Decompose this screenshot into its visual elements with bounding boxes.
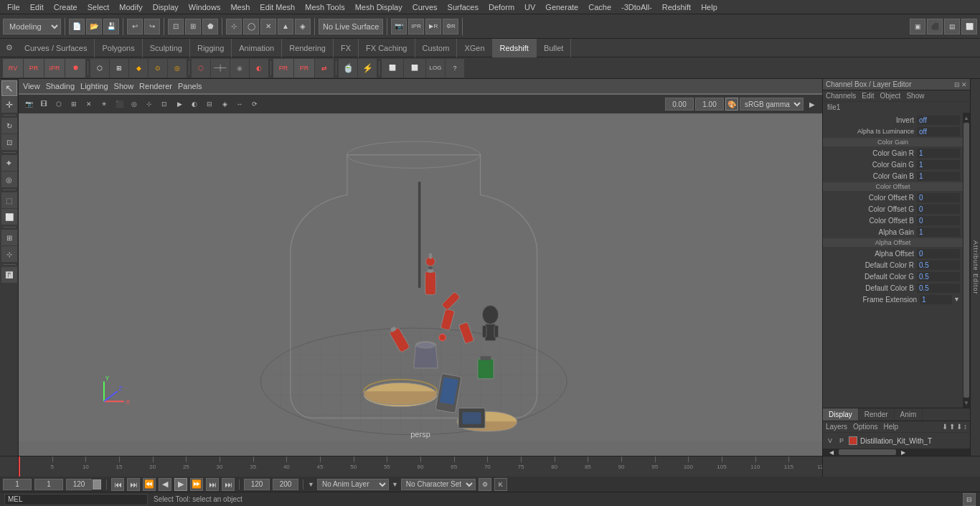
layer-v[interactable]: V	[826, 437, 834, 444]
new-scene-icon[interactable]: 📄	[69, 19, 85, 34]
vp-menu-show[interactable]: Show	[114, 82, 134, 90]
status-mel-input[interactable]	[4, 494, 148, 505]
vp-xray-icon[interactable]: ✕	[82, 97, 96, 111]
bc-tab-render[interactable]: Render	[859, 408, 895, 421]
channel-value-cgb[interactable]	[917, 172, 960, 181]
channels-menu-object[interactable]: Object	[880, 92, 901, 100]
vp-loop-icon[interactable]: ⟳	[248, 97, 262, 111]
tab-rendering[interactable]: Rendering	[282, 39, 334, 57]
attribute-editor-tab[interactable]: Attribute Editor	[970, 79, 980, 456]
channel-value-dcg[interactable]	[917, 272, 960, 281]
tab-sculpting[interactable]: Sculpting	[143, 39, 190, 57]
rs-icon-13[interactable]: ◐	[250, 59, 268, 78]
channel-row-cgg[interactable]: Color Gain G	[823, 159, 963, 170]
channel-value-cor[interactable]	[917, 193, 960, 202]
show-manip-btn[interactable]: ⊹	[1, 246, 17, 262]
redo-icon[interactable]: ↪	[144, 19, 160, 34]
help-menu[interactable]: Help	[883, 423, 898, 431]
menu-windows[interactable]: Windows	[184, 1, 225, 13]
vp-film-icon[interactable]: 🎞	[37, 97, 51, 111]
rs-icon-14[interactable]: PR	[273, 59, 293, 78]
tab-fx-caching[interactable]: FX Caching	[359, 39, 415, 57]
h-scroll-thumb[interactable]	[839, 449, 896, 455]
rs-icon-7[interactable]: ◆	[129, 59, 148, 78]
channel-value-cob[interactable]	[917, 216, 960, 225]
tab-curves-surfaces[interactable]: Curves / Surfaces	[17, 39, 95, 57]
channels-menu-channels[interactable]: Channels	[826, 92, 856, 100]
channel-row-dcr[interactable]: Default Color R	[823, 259, 963, 271]
tab-bullet[interactable]: Bullet	[537, 39, 572, 57]
workspace-select[interactable]: Modeling Rigging Animation FX Rendering …	[3, 19, 61, 34]
btn-next-key[interactable]: ⏭	[206, 478, 219, 491]
menu-mesh-tools[interactable]: Mesh Tools	[301, 1, 349, 13]
menu-mesh[interactable]: Mesh	[226, 1, 254, 13]
cb-collapse-btn[interactable]: ⊟	[954, 81, 960, 88]
tab-xgen[interactable]: XGen	[457, 39, 492, 57]
menu-edit[interactable]: Edit	[26, 1, 48, 13]
no-live-surface-btn[interactable]: No Live Surface	[319, 19, 383, 34]
btn-next-frame[interactable]: ⏩	[190, 478, 203, 491]
layout-icon-4[interactable]: ⬜	[961, 19, 977, 34]
scroll-thumb[interactable]	[963, 123, 969, 398]
h-scroll-left[interactable]: ◀	[824, 445, 839, 456]
vp-shading-icon[interactable]: ⬡	[52, 97, 66, 111]
channel-row-cor[interactable]: Color Offset R	[823, 192, 963, 203]
tab-polygons[interactable]: Polygons	[95, 39, 142, 57]
soft-select-btn[interactable]: ◎	[1, 172, 17, 187]
rs-icon-5[interactable]: ⬡	[90, 59, 109, 78]
channel-row-ao[interactable]: Alpha Offset	[823, 248, 963, 259]
btn-play-fwd[interactable]: ▶	[174, 478, 187, 491]
menu-redshift[interactable]: Redshift	[658, 1, 695, 13]
channel-row-fe[interactable]: Frame Extension ▼	[823, 294, 963, 305]
range-end-input[interactable]	[244, 479, 270, 490]
timeline-playhead[interactable]	[19, 456, 20, 477]
paint-icon[interactable]: ⬟	[202, 19, 218, 34]
vp-smooth-icon[interactable]: ◈	[217, 97, 232, 111]
rs-icon-18[interactable]: ⚡	[358, 59, 377, 78]
vp-menu-shading[interactable]: Shading	[46, 82, 75, 90]
snap-btn[interactable]: ⊞	[1, 230, 17, 245]
transform-tool-btn[interactable]: ✚	[1, 155, 17, 171]
rs-icon-15[interactable]: PR	[294, 59, 314, 78]
layer-icon-1[interactable]: ⬇	[942, 423, 948, 431]
menu-cache[interactable]: Cache	[584, 1, 616, 13]
rs-icon-1[interactable]: RV	[3, 59, 23, 78]
workspace-settings-icon[interactable]: ⚙	[1, 40, 17, 56]
vp-float2-input[interactable]	[695, 98, 724, 111]
cmd-feedback-btn[interactable]: ⊟	[963, 493, 976, 506]
rs-icon-4[interactable]: ⬟	[65, 59, 85, 78]
scroll-up-arrow[interactable]: ▲	[963, 114, 970, 121]
bc-tab-anim[interactable]: Anim	[895, 408, 923, 421]
open-scene-icon[interactable]: 📂	[86, 19, 102, 34]
snap-surface-icon[interactable]: ▲	[278, 19, 293, 34]
channel-row-dcb[interactable]: Default Color B	[823, 282, 963, 294]
vp-res-icon[interactable]: ⊡	[157, 97, 171, 111]
channel-row-dcg[interactable]: Default Color G	[823, 271, 963, 282]
rs-icon-22[interactable]: ?	[446, 59, 464, 78]
channel-value-dcr[interactable]	[917, 261, 960, 270]
vp-isolate-icon[interactable]: ◐	[187, 97, 202, 111]
snap-curve-icon[interactable]: ◯	[243, 19, 259, 34]
char-set-select[interactable]: No Character Set	[401, 479, 476, 490]
menu-help[interactable]: Help	[697, 1, 722, 13]
vp-crease-icon[interactable]: ↔	[232, 97, 247, 111]
scale-tool-btn[interactable]: ⊡	[1, 134, 17, 150]
range-start-input[interactable]	[66, 479, 92, 490]
rs-icon-3[interactable]: IPR	[44, 59, 65, 78]
auto-key-btn[interactable]: K	[494, 478, 507, 491]
scroll-down-arrow[interactable]: ▼	[963, 399, 970, 406]
tab-redshift[interactable]: Redshift	[493, 39, 537, 57]
btn-go-end[interactable]: ⏭	[222, 478, 235, 491]
rs-icon-8[interactable]: ⊙	[149, 59, 167, 78]
layout-icon-2[interactable]: ⬛	[927, 19, 943, 34]
channel-value-dcb[interactable]	[917, 284, 960, 293]
channel-value-ag[interactable]	[917, 228, 960, 237]
tab-animation[interactable]: Animation	[232, 39, 282, 57]
lasso-icon[interactable]: ⊞	[185, 19, 201, 34]
frame-current-input[interactable]	[3, 479, 32, 490]
vp-ao-icon[interactable]: ◎	[127, 97, 141, 111]
rs-icon-10[interactable]: ⬡	[192, 59, 210, 78]
snap-grid-icon[interactable]: ⊹	[226, 19, 242, 34]
menu-surfaces[interactable]: Surfaces	[443, 1, 483, 13]
snap-live-icon[interactable]: ◈	[295, 19, 311, 34]
